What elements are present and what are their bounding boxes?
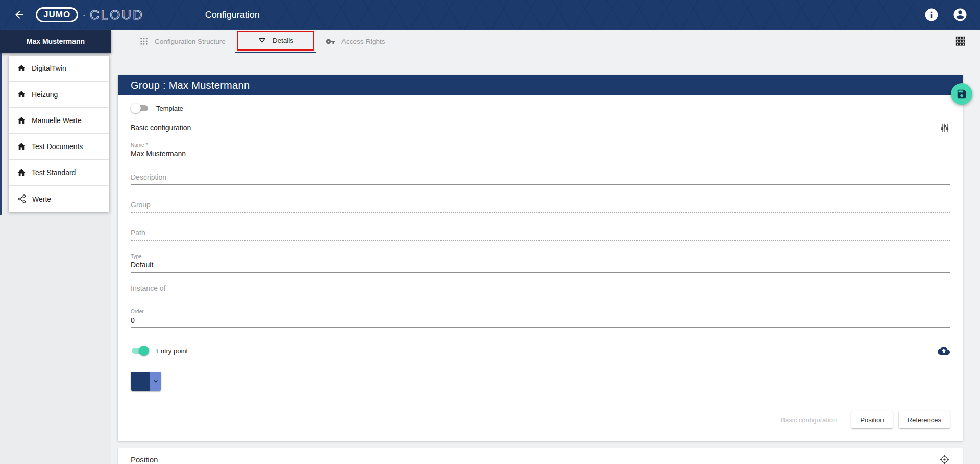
sliders-tune-icon[interactable] [940, 122, 950, 133]
entry-point-toggle[interactable] [131, 346, 149, 355]
save-floppy-icon [956, 88, 967, 100]
field-placeholder: Path [131, 226, 950, 240]
field-label: Type [131, 254, 950, 259]
section-label: Basic configuration [131, 124, 191, 132]
field-label: Order [131, 309, 950, 314]
instance-of-field[interactable]: Instance of [131, 281, 950, 296]
main-content: Group : Max Mustermann Template Basic co… [111, 53, 980, 464]
sidebar-item-manuelle-werte[interactable]: Manuelle Werte [9, 108, 109, 134]
position-section-label: Position [131, 455, 158, 464]
tab-configuration-structure[interactable]: Configuration Structure [130, 30, 235, 53]
order-field[interactable]: Order 0 [131, 309, 950, 328]
chevron-down-icon [150, 372, 161, 391]
entry-point-toggle-label: Entry point [156, 347, 188, 355]
sidebar-accent-strip [0, 53, 2, 215]
home-icon [17, 90, 26, 99]
sidebar: Max Mustermann DigitalTwin Heizung Manue… [0, 30, 111, 464]
sidebar-item-label: Manuelle Werte [32, 116, 82, 125]
field-value: Max Mustermann [131, 148, 950, 161]
apps-grid-icon[interactable] [955, 36, 966, 46]
tab-label: Access Rights [341, 38, 385, 45]
save-button[interactable] [951, 83, 972, 105]
field-placeholder: Group [131, 198, 950, 212]
page-title: Configuration [205, 10, 260, 20]
tab-bar: Configuration Structure Details Access R… [111, 30, 980, 53]
template-toggle-label: Template [156, 105, 183, 112]
sidebar-item-werte[interactable]: Werte [9, 186, 109, 212]
name-field[interactable]: Name * Max Mustermann [131, 142, 950, 161]
share-icon [17, 194, 27, 204]
sidebar-item-label: Werte [32, 195, 51, 203]
sidebar-item-heizung[interactable]: Heizung [9, 82, 109, 108]
sidebar-item-label: Heizung [32, 90, 58, 99]
template-toggle[interactable] [131, 104, 149, 113]
type-field[interactable]: Type Default [131, 254, 950, 273]
field-value: Default [131, 259, 950, 272]
panel-header: Group : Max Mustermann [118, 75, 963, 95]
field-placeholder: Description [131, 170, 950, 184]
tab-label: Configuration Structure [155, 38, 226, 45]
grid-dots-icon [139, 37, 149, 46]
tab-details[interactable]: Details [235, 30, 316, 53]
tab-label: Details [273, 37, 293, 44]
position-button[interactable]: Position [851, 411, 892, 428]
home-icon [17, 168, 26, 177]
sidebar-item-label: DigitalTwin [32, 64, 66, 72]
color-picker-dropdown[interactable] [131, 372, 161, 391]
sidebar-item-label: Test Documents [32, 142, 83, 151]
home-icon [17, 64, 26, 73]
cloud-logo: CLOUD [90, 7, 144, 23]
sidebar-item-test-standard[interactable]: Test Standard [9, 160, 109, 186]
tab-access-rights[interactable]: Access Rights [316, 30, 395, 53]
position-section-row[interactable]: Position [118, 448, 963, 464]
sidebar-item-digitaltwin[interactable]: DigitalTwin [9, 56, 109, 82]
field-value: 0 [131, 314, 950, 327]
references-button[interactable]: References [899, 411, 950, 428]
topbar: JUMO · CLOUD Configuration [0, 0, 980, 30]
key-icon [326, 37, 335, 46]
gps-target-icon [939, 454, 950, 464]
home-icon [17, 142, 26, 151]
panel-title: Group : Max Mustermann [131, 80, 250, 91]
description-field[interactable]: Description [131, 170, 950, 185]
account-icon[interactable] [952, 7, 968, 22]
basic-configuration-button: Basic configuration [772, 411, 845, 428]
field-placeholder: Instance of [131, 281, 950, 296]
cloud-upload-icon[interactable] [938, 346, 950, 356]
path-field: Path [131, 226, 950, 241]
sidebar-item-test-documents[interactable]: Test Documents [9, 134, 109, 160]
sidebar-header: Max Mustermann [0, 30, 111, 53]
brand-logo: JUMO · CLOUD [36, 7, 144, 23]
field-label: Name * [131, 142, 950, 148]
info-icon[interactable] [924, 7, 939, 22]
filter-funnel-icon [258, 36, 266, 45]
home-icon [17, 116, 26, 125]
details-panel: Group : Max Mustermann Template Basic co… [118, 75, 963, 441]
group-field: Group [131, 198, 950, 213]
back-arrow-icon[interactable] [10, 6, 29, 24]
color-swatch [131, 372, 150, 391]
jumo-logo: JUMO [36, 7, 78, 22]
brand-separator: · [82, 9, 86, 21]
sidebar-item-label: Test Standard [32, 168, 76, 177]
